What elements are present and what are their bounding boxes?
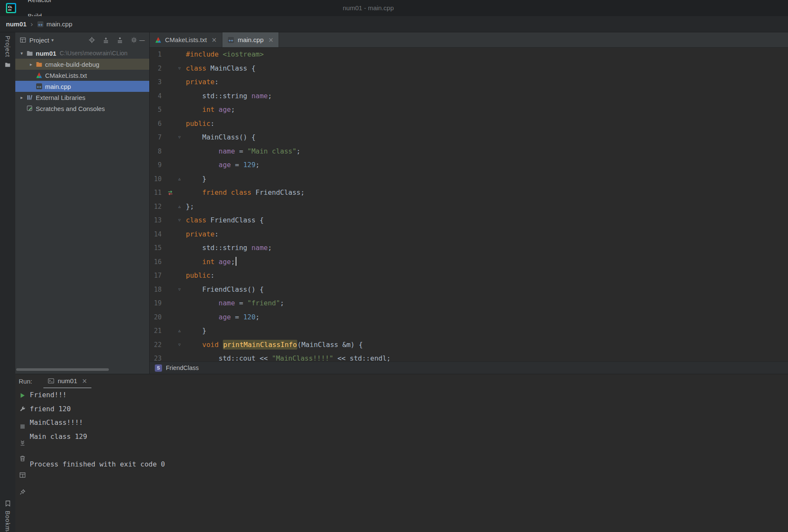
tree-item-main-cpp[interactable]: ++main.cpp <box>15 81 149 92</box>
console-output[interactable]: Friend!!!friend 120MainClass!!!!Main cla… <box>30 388 788 532</box>
tab-label: CMakeLists.txt <box>165 36 207 43</box>
project-panel-header: Project ▾ — <box>15 32 149 48</box>
line-number: 7 <box>150 131 162 145</box>
code-line-4: 4 std::string name; <box>150 89 788 103</box>
run-toolbar <box>15 391 30 495</box>
code-line-8: 8 name = "Main class"; <box>150 145 788 159</box>
window-title: num01 - main.cpp <box>343 0 394 16</box>
project-panel-title[interactable]: Project <box>29 37 49 44</box>
breadcrumb-class-name[interactable]: FriendClass <box>166 364 199 371</box>
bookmarks-stripe-label: Bookmarks <box>4 511 11 532</box>
code-line-22: 22▿ void printMainClassInfo(MainClass &m… <box>150 338 788 352</box>
chevron-spacer <box>27 73 35 78</box>
breadcrumb: num01 › ++ main.cpp <box>0 16 788 32</box>
console-line: Friend!!! <box>30 388 788 402</box>
restore-layout-icon[interactable] <box>19 472 26 478</box>
folder-icon <box>4 61 11 68</box>
line-number: 15 <box>150 241 162 255</box>
tree-label: main.cpp <box>45 83 71 90</box>
collapse-all-icon[interactable] <box>102 37 109 43</box>
tool-button-project[interactable]: Project <box>0 36 15 68</box>
editor-tab-cmakelists-txt[interactable]: CMakeLists.txt× <box>150 32 222 47</box>
menu-bar: CL FileEditViewNavigateCodeRefactorBuild… <box>0 0 788 16</box>
locate-icon[interactable] <box>88 37 95 43</box>
chevron-right-icon[interactable]: ▸ <box>27 62 35 67</box>
tool-window-icon <box>20 37 26 43</box>
project-header-icons <box>88 37 137 43</box>
svg-text:++: ++ <box>38 22 43 26</box>
code-line-3: 3private: <box>150 75 788 89</box>
horizontal-scrollbar[interactable] <box>16 368 109 371</box>
close-tab-icon[interactable]: × <box>268 36 274 44</box>
menu-item-refactor[interactable]: Refactor <box>22 0 58 8</box>
project-tool-window: Project ▾ — ▾num01C:\Users\meowrain\CLio… <box>15 32 150 374</box>
line-number: 18 <box>150 283 162 297</box>
code-line-21: 21▵ } <box>150 324 788 338</box>
line-number: 10 <box>150 172 162 186</box>
fold-open-icon[interactable]: ▿ <box>175 283 184 297</box>
hide-panel-icon[interactable]: — <box>139 37 145 43</box>
tab-label: main.cpp <box>238 36 264 43</box>
line-number: 21 <box>150 324 162 338</box>
class-badge-icon: S <box>155 364 162 372</box>
cpp-icon: ++ <box>36 83 43 90</box>
stop-icon[interactable] <box>19 423 26 430</box>
fold-open-icon[interactable]: ▿ <box>175 62 184 76</box>
tree-label: num01 <box>36 50 56 57</box>
pin-icon[interactable] <box>19 489 26 495</box>
breadcrumb-project[interactable]: num01 <box>6 20 26 28</box>
fold-open-icon[interactable]: ▿ <box>175 131 184 145</box>
tree-item-scratches-and-consoles[interactable]: Scratches and Consoles <box>15 103 149 114</box>
line-number: 3 <box>150 75 162 89</box>
run-tool-window: Run: num01 × Friend!!!friend 120MainClas… <box>15 374 788 532</box>
line-number: 19 <box>150 296 162 310</box>
svg-text:++: ++ <box>229 38 233 42</box>
expand-all-icon[interactable] <box>117 37 123 43</box>
tree-item-path: C:\Users\meowrain\CLion <box>60 50 128 57</box>
code-line-17: 17public: <box>150 269 788 283</box>
settings-icon[interactable] <box>131 37 137 43</box>
editor-tab-main-cpp[interactable]: ++main.cpp× <box>222 32 279 47</box>
line-number: 9 <box>150 158 162 172</box>
line-number: 14 <box>150 228 162 242</box>
svg-text:CL: CL <box>8 6 12 9</box>
run-label: Run: <box>19 378 32 385</box>
build-tool-icon[interactable] <box>19 406 26 413</box>
rerun-icon[interactable] <box>19 392 26 399</box>
close-tab-icon[interactable]: × <box>82 377 88 385</box>
tree-item-cmakelists-txt[interactable]: CMakeLists.txt <box>15 70 149 81</box>
fold-open-icon[interactable]: ▿ <box>175 213 184 228</box>
editor-breadcrumb-bar: S FriendClass <box>150 361 788 374</box>
close-tab-icon[interactable]: × <box>211 36 217 44</box>
breadcrumb-file[interactable]: main.cpp <box>46 20 72 28</box>
chevron-down-icon[interactable]: ▾ <box>51 37 54 43</box>
fold-close-icon[interactable]: ▵ <box>175 200 184 214</box>
cmake-icon <box>36 72 43 79</box>
code-line-13: 13▿class FriendClass { <box>150 213 788 228</box>
line-number: 1 <box>150 48 162 62</box>
line-number: 8 <box>150 145 162 159</box>
tree-label: Scratches and Consoles <box>36 105 105 112</box>
code-editor[interactable]: 1#include <iostream>2▿class MainClass {3… <box>150 48 788 361</box>
console-line: friend 120 <box>30 402 788 416</box>
code-line-16: 16 int age; <box>150 255 788 269</box>
code-line-9: 9 age = 129; <box>150 158 788 172</box>
tree-item-num01[interactable]: ▾num01C:\Users\meowrain\CLion <box>15 48 149 59</box>
clion-logo-icon: CL <box>6 3 16 13</box>
fold-open-icon[interactable]: ▿ <box>175 338 184 352</box>
run-tab-num01[interactable]: num01 × <box>43 374 91 388</box>
tool-button-bookmarks[interactable]: Bookmarks <box>0 500 15 532</box>
scroll-to-end-icon[interactable] <box>19 440 26 447</box>
chevron-spacer <box>27 84 35 89</box>
line-number: 22 <box>150 338 162 352</box>
fold-close-icon[interactable]: ▵ <box>175 172 184 186</box>
chevron-right-icon: › <box>30 20 33 28</box>
chevron-down-icon[interactable]: ▾ <box>18 51 26 56</box>
chevron-right-icon[interactable]: ▸ <box>18 95 26 100</box>
clear-console-icon[interactable] <box>19 455 26 462</box>
fold-close-icon[interactable]: ▵ <box>175 324 184 338</box>
editor-lines: 1#include <iostream>2▿class MainClass {3… <box>150 48 788 361</box>
tree-item-external-libraries[interactable]: ▸External Libraries <box>15 92 149 103</box>
tree-item-cmake-build-debug[interactable]: ▸cmake-build-debug <box>15 59 149 70</box>
console-line: MainClass!!!! <box>30 416 788 430</box>
